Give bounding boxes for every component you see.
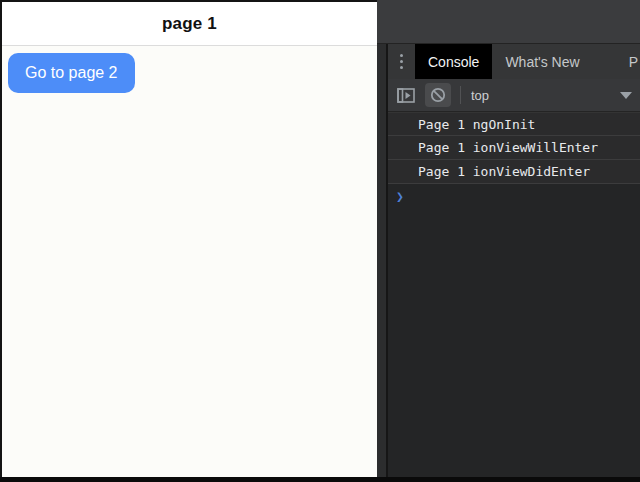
tab-whats-new[interactable]: What's New: [492, 44, 592, 79]
tab-console[interactable]: Console: [415, 44, 492, 79]
log-message: Page 1 ionViewWillEnter: [388, 136, 640, 160]
devtools-main: Console What's New P: [388, 44, 640, 477]
app-content: Go to page 2: [2, 46, 377, 477]
panel-divider[interactable]: [377, 44, 388, 477]
page-title: page 1: [162, 14, 217, 34]
console-sidebar-icon[interactable]: [394, 84, 418, 106]
tab-partial[interactable]: P: [625, 44, 640, 79]
tabbar-spacer: [593, 44, 625, 79]
app-header: page 1: [2, 2, 377, 46]
devtools-body: Console What's New P: [377, 44, 640, 477]
devtools-tabbar: Console What's New P: [388, 44, 640, 79]
more-options-button[interactable]: [388, 44, 415, 79]
log-message: Page 1 ionViewDidEnter: [388, 160, 640, 184]
devtools-panel: Console What's New P: [377, 0, 640, 477]
console-prompt[interactable]: ❯: [388, 184, 640, 209]
toolbar-separator: [460, 86, 461, 104]
clear-console-icon[interactable]: [425, 83, 451, 107]
app-preview-panel: page 1 Go to page 2: [2, 2, 377, 477]
console-toolbar: top: [388, 79, 640, 112]
dropdown-arrow-icon[interactable]: [620, 92, 632, 99]
context-selector[interactable]: top: [471, 88, 489, 103]
bottom-bar: [0, 477, 640, 482]
prompt-chevron-icon: ❯: [396, 189, 404, 204]
go-to-page-2-button[interactable]: Go to page 2: [8, 53, 135, 93]
screen: page 1 Go to page 2 Console What's New P: [0, 0, 640, 482]
kebab-menu-icon: [400, 54, 403, 69]
log-message: Page 1 ngOnInit: [388, 112, 640, 136]
devtools-top-strip: [377, 0, 640, 44]
console-output[interactable]: Page 1 ngOnInit Page 1 ionViewWillEnter …: [388, 112, 640, 477]
